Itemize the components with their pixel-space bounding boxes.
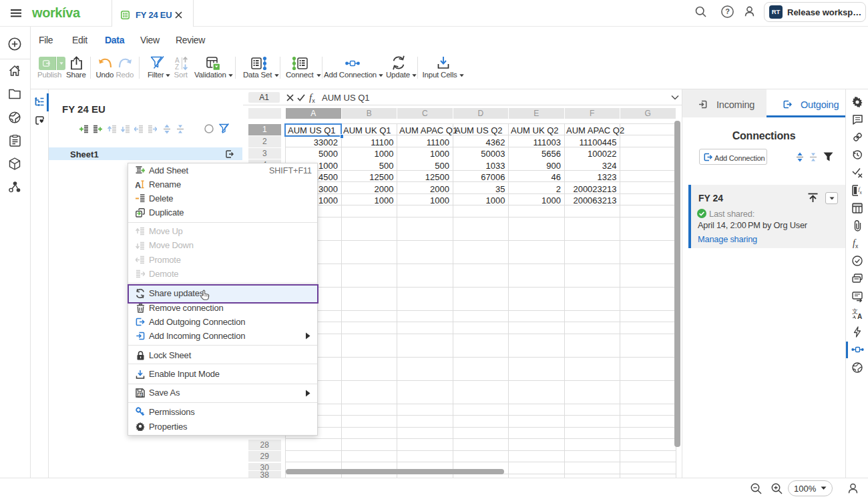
svg-text:Z: Z [175, 63, 179, 71]
svg-text:A: A [139, 392, 142, 397]
svg-text:A: A [136, 181, 141, 189]
svg-text:x: x [860, 190, 863, 195]
svg-text:A: A [857, 313, 862, 320]
svg-text:?: ? [725, 7, 730, 15]
svg-text:A: A [175, 57, 180, 64]
